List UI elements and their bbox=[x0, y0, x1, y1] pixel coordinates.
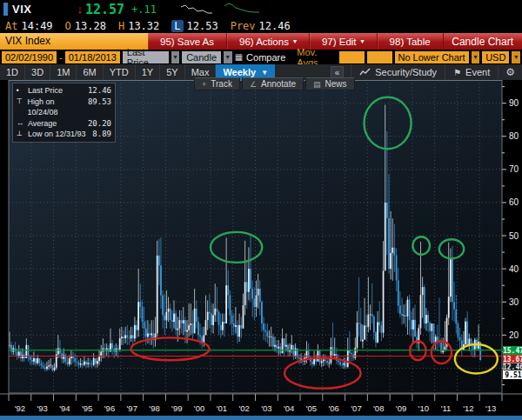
x-axis: '92'93'94'95'96'97'98'99'00'01'02'03'04'… bbox=[0, 394, 522, 413]
tab-5y[interactable]: 5Y bbox=[160, 64, 184, 80]
prev-value: 12.46 bbox=[259, 20, 291, 32]
annotation-ellipse bbox=[439, 239, 464, 258]
high-label: H bbox=[118, 20, 124, 32]
legend-average: ↔ Average 20.20 bbox=[17, 118, 111, 130]
y-axis: 2030405060708090 bbox=[502, 87, 519, 385]
average-marker-icon: ↔ bbox=[17, 118, 24, 130]
tab-3d[interactable]: 3D bbox=[25, 64, 50, 80]
x-tick-label: '97 bbox=[127, 403, 137, 413]
chevron-down-icon: ▼ bbox=[261, 69, 268, 77]
x-tick-label: '96 bbox=[104, 403, 115, 413]
annotation-ellipse bbox=[410, 341, 426, 360]
x-tick-label: '02 bbox=[238, 403, 249, 413]
tab-1d[interactable]: 1D bbox=[0, 64, 25, 80]
collapse-panel-button[interactable]: « bbox=[331, 66, 345, 78]
y-tick-label: 60 bbox=[509, 197, 519, 207]
y-tick-label: 90 bbox=[509, 98, 519, 108]
tab-6m[interactable]: 6M bbox=[77, 64, 103, 80]
low-label: L bbox=[171, 20, 183, 32]
y-tick-label: 80 bbox=[509, 131, 519, 141]
field-select[interactable]: Last Price bbox=[123, 51, 169, 63]
x-tick-label: '13 bbox=[485, 403, 496, 413]
open-value: 13.28 bbox=[75, 20, 106, 32]
price-axis-label: 15.47 bbox=[503, 346, 522, 355]
x-tick-label: '93 bbox=[37, 403, 47, 413]
price-change: +.11 bbox=[131, 3, 157, 16]
high-marker-icon: ⊤ bbox=[17, 97, 24, 118]
x-tick-label: '10 bbox=[418, 403, 429, 413]
annotate-button[interactable]: ∠ Annotate bbox=[242, 77, 304, 90]
x-tick-label: '99 bbox=[171, 403, 182, 413]
chevron-down-icon: ▾ bbox=[293, 37, 297, 45]
x-tick-label: '12 bbox=[463, 403, 473, 413]
x-tick-label: '06 bbox=[329, 403, 339, 413]
legend-low: ⊥ Low on 12/31/93 8.89 bbox=[17, 129, 111, 140]
open-label: O bbox=[65, 20, 71, 32]
x-tick-label: '05 bbox=[306, 403, 317, 413]
bloomberg-terminal-window: { "titlebar": { "symbol": "VIX", "direct… bbox=[0, 0, 522, 420]
mov-avg-input-1[interactable] bbox=[339, 51, 365, 63]
date-from-field[interactable]: 02/02/1990 bbox=[2, 51, 57, 63]
chart-area[interactable]: 2030405060708090'92'93'94'95'96'97'98'99… bbox=[0, 80, 522, 416]
tab-ytd[interactable]: YTD bbox=[104, 64, 136, 80]
annotation-ellipse bbox=[412, 237, 430, 255]
gear-icon[interactable]: ⚙ bbox=[498, 66, 522, 78]
price-down-arrow-icon: ↓ bbox=[77, 3, 83, 16]
x-tick-label: '95 bbox=[82, 403, 92, 413]
x-tick-label: '92 bbox=[15, 403, 25, 413]
lower-chart-dropdown-icon[interactable]: ▼ bbox=[472, 51, 480, 63]
annotation-ellipse bbox=[211, 232, 262, 263]
mov-avg-input-2[interactable] bbox=[367, 51, 392, 63]
last-price: 12.57 bbox=[85, 2, 124, 17]
track-crosshair-icon: + bbox=[202, 80, 206, 89]
security-study-button[interactable]: Security/Study bbox=[351, 64, 445, 80]
x-tick-label: '01 bbox=[217, 403, 227, 413]
window-bottom-edge bbox=[0, 416, 522, 420]
chart-settings-row: 02/02/1990 - 01/18/2013 Last Price ▼ Can… bbox=[0, 50, 522, 64]
compare-button[interactable]: ▦ Compare bbox=[235, 52, 286, 63]
annotation-ellipse bbox=[130, 337, 209, 360]
annotation-ellipse bbox=[364, 97, 411, 149]
y-tick-label: 40 bbox=[509, 264, 519, 274]
currency-dropdown-icon[interactable]: ▼ bbox=[512, 51, 520, 63]
high-value: 13.32 bbox=[128, 20, 159, 32]
x-tick-label: '94 bbox=[59, 403, 70, 413]
x-tick-label: '03 bbox=[261, 403, 271, 413]
x-tick-label: '04 bbox=[284, 403, 294, 413]
title-bar: VIX ↓ 12.57 +.11 bbox=[0, 0, 522, 18]
tab-1m[interactable]: 1M bbox=[50, 64, 77, 80]
chart-style-dropdown-icon[interactable]: ▼ bbox=[224, 51, 232, 63]
annotation-ellipse bbox=[455, 344, 498, 374]
compare-icon: ▦ bbox=[235, 52, 243, 62]
x-tick-label: '07 bbox=[351, 403, 361, 413]
menu-table[interactable]: 98) Table bbox=[378, 33, 444, 50]
menu-bar: VIX Index 95) Save As 96) Actions ▾ 97) … bbox=[0, 33, 522, 50]
low-marker-icon: ⊥ bbox=[17, 129, 24, 140]
field-select-dropdown-icon[interactable]: ▼ bbox=[171, 51, 180, 63]
x-tick-label: '11 bbox=[441, 403, 452, 413]
annotate-pencil-icon: ∠ bbox=[250, 80, 257, 89]
y-tick-label: 70 bbox=[509, 164, 519, 174]
low-value: 12.53 bbox=[187, 20, 218, 32]
x-tick-label: '98 bbox=[149, 403, 159, 413]
event-button[interactable]: ⚑ Event bbox=[445, 64, 498, 80]
intraday-sparkline bbox=[181, 2, 268, 17]
quote-row: At 14:49 O 13.28 H 13.32 L 12.53 Prev 12… bbox=[0, 18, 522, 33]
chart-style-select[interactable]: Candle bbox=[182, 51, 221, 63]
date-to-field[interactable]: 01/18/2013 bbox=[65, 51, 120, 63]
toolbar-right-group: « Security/Study ⚑ Event ⚙ bbox=[331, 64, 522, 80]
prev-label: Prev bbox=[231, 20, 256, 32]
lower-chart-select[interactable]: No Lower Chart bbox=[395, 51, 469, 63]
news-icon: ▤ bbox=[313, 80, 321, 89]
chart-legend: ▪ Last Price 12.46 ⊤ High on 10/24/08 89… bbox=[12, 83, 116, 143]
chart-icon bbox=[359, 68, 371, 77]
at-label: At bbox=[5, 20, 17, 32]
currency-select[interactable]: USD bbox=[482, 51, 509, 63]
tab-1y[interactable]: 1Y bbox=[136, 64, 160, 80]
y-tick-label: 20 bbox=[509, 330, 519, 340]
security-name-box[interactable]: VIX Index bbox=[0, 33, 148, 50]
x-tick-label: '09 bbox=[396, 403, 406, 413]
news-button[interactable]: ▤ News bbox=[305, 77, 355, 90]
track-button[interactable]: + Track bbox=[194, 77, 240, 90]
legend-high: ⊤ High on 10/24/08 89.53 bbox=[17, 97, 111, 118]
